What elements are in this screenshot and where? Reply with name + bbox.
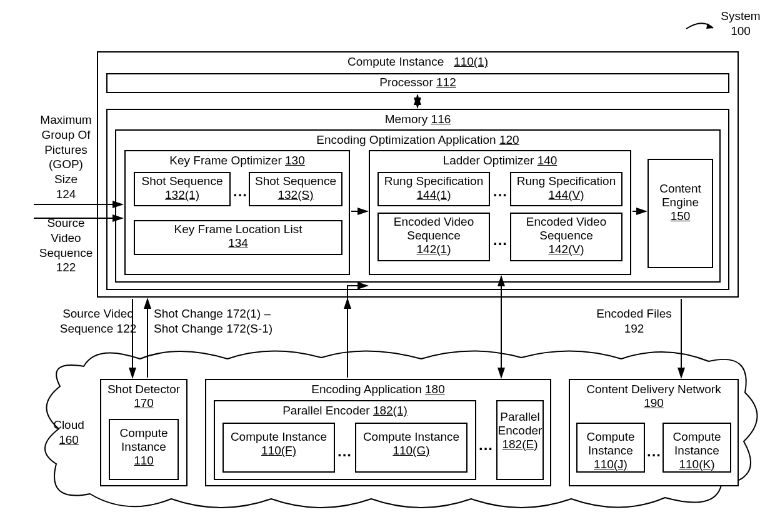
arrow-layer <box>0 0 775 532</box>
